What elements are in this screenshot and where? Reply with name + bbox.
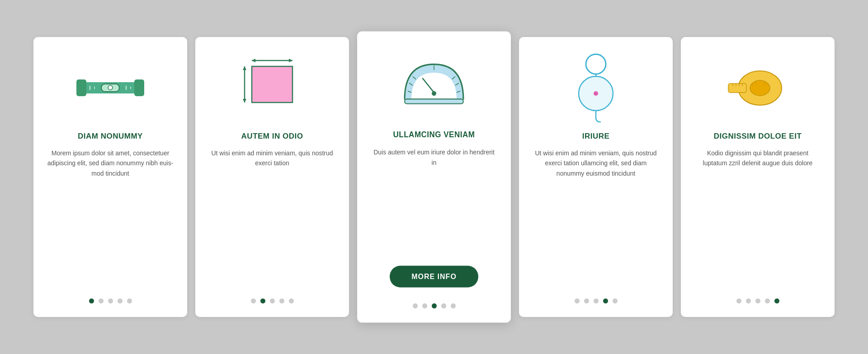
dot-0[interactable] (251, 298, 256, 303)
dot-0[interactable] (736, 298, 741, 303)
dot-0[interactable] (413, 303, 418, 308)
svg-rect-9 (252, 66, 292, 102)
dot-1[interactable] (584, 298, 589, 303)
dot-3[interactable] (118, 298, 123, 303)
card-5[interactable]: DIGNISSIM DOLOE EITKodio dignissim qui b… (681, 37, 835, 317)
svg-rect-33 (728, 84, 746, 93)
dot-3[interactable] (765, 298, 770, 303)
card-2[interactable]: AUTEM IN ODIOUt wisi enim ad minim venia… (195, 37, 349, 317)
tape-icon (722, 55, 794, 118)
dot-1[interactable] (422, 303, 427, 308)
dot-1[interactable] (260, 298, 265, 303)
dot-0[interactable] (575, 298, 580, 303)
cards-container: DIAM NONUMMYMorem ipsum dolor sit amet, … (6, 19, 862, 335)
card-text-3: Duis autem vel eum iriure dolor in hendr… (371, 147, 497, 254)
pagination-dots-1 (89, 294, 132, 303)
card-title-3: ULLAMCING VENIAM (393, 130, 475, 140)
hanging-scale-icon (560, 55, 632, 118)
svg-point-4 (108, 85, 113, 90)
dot-2[interactable] (594, 298, 599, 303)
dimension-icon (236, 55, 308, 118)
svg-marker-14 (243, 66, 246, 70)
card-text-5: Kodio dignissim qui blandit praesent lup… (694, 148, 821, 283)
dot-3[interactable] (603, 298, 608, 303)
card-text-4: Ut wisi enim ad minim veniam, quis nostr… (533, 148, 659, 283)
pagination-dots-3 (413, 298, 456, 308)
dot-1[interactable] (99, 298, 104, 303)
dot-4[interactable] (451, 303, 456, 308)
card-3[interactable]: ULLAMCING VENIAMDuis autem vel eum iriur… (357, 32, 511, 323)
card-title-4: IRIURE (582, 132, 610, 141)
dot-1[interactable] (746, 298, 751, 303)
card-title-2: AUTEM IN ODIO (241, 132, 303, 141)
dot-2[interactable] (432, 303, 437, 308)
pagination-dots-4 (575, 294, 618, 303)
dot-4[interactable] (289, 298, 294, 303)
dot-3[interactable] (279, 298, 284, 303)
dot-0[interactable] (89, 298, 94, 303)
card-4[interactable]: IRIUREUt wisi enim ad minim veniam, quis… (519, 37, 673, 317)
card-1[interactable]: DIAM NONUMMYMorem ipsum dolor sit amet, … (33, 37, 187, 317)
dot-3[interactable] (441, 303, 446, 308)
svg-point-24 (432, 91, 436, 96)
dot-4[interactable] (127, 298, 132, 303)
svg-marker-11 (252, 59, 255, 62)
more-info-button[interactable]: MORE INFO (390, 266, 478, 288)
svg-rect-1 (76, 79, 86, 96)
svg-point-29 (594, 91, 598, 96)
card-title-1: DIAM NONUMMY (78, 132, 143, 141)
dot-2[interactable] (755, 298, 760, 303)
svg-marker-12 (289, 59, 292, 62)
dot-2[interactable] (108, 298, 113, 303)
svg-point-32 (750, 80, 770, 96)
dot-4[interactable] (774, 298, 779, 303)
pagination-dots-5 (736, 294, 779, 303)
dot-2[interactable] (270, 298, 275, 303)
card-text-1: Morem ipsum dolor sit amet, consectetuer… (47, 148, 174, 283)
svg-point-26 (586, 54, 606, 74)
dot-4[interactable] (613, 298, 618, 303)
level-icon (74, 55, 146, 118)
pagination-dots-2 (251, 294, 294, 303)
svg-rect-2 (134, 79, 144, 96)
svg-marker-15 (243, 99, 246, 102)
card-text-2: Ut wisi enim ad minim veniam, quis nostr… (209, 148, 335, 283)
svg-rect-25 (405, 99, 463, 103)
card-title-5: DIGNISSIM DOLOE EIT (714, 132, 802, 141)
scale-icon (398, 50, 470, 116)
